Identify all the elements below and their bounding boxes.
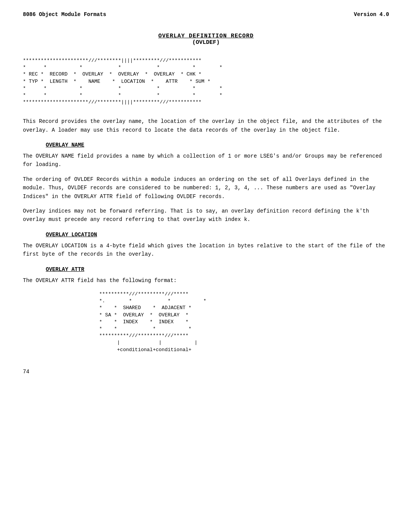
section-heading-overlay-attr: OVERLAY ATTR <box>46 266 389 272</box>
overlay-name-para3: Overlay indices may not be forward refer… <box>23 207 389 224</box>
section-heading-overlay-location: OVERLAY LOCATION <box>46 232 389 238</box>
overlay-name-para2: The ordering of OVLDEF Records within a … <box>23 175 389 201</box>
paragraph-intro: This Record provides the overlay name, t… <box>23 117 389 134</box>
record-table: **********************///********||||***… <box>23 57 389 106</box>
title-line2: (OVLDEF) <box>23 39 389 46</box>
header-version: Version 4.0 <box>354 11 389 18</box>
title-block: OVERLAY DEFINITION RECORD (OVLDEF) <box>23 33 389 46</box>
section-heading-overlay-name: OVERLAY NAME <box>46 142 389 148</box>
overlay-attr-intro: The OVERLAY ATTR field has the following… <box>23 276 389 285</box>
overlay-location-para1: The OVERLAY LOCATION is a 4-byte field w… <box>23 242 389 259</box>
title-line1: OVERLAY DEFINITION RECORD <box>23 33 389 39</box>
header-title: 8086 Object Module Formats <box>23 11 106 18</box>
overlay-name-para1: The OVERLAY NAME field provides a name b… <box>23 152 389 169</box>
overlay-attr-table: **********///*********///***** *. * * * … <box>99 291 389 353</box>
page-header: 8086 Object Module Formats Version 4.0 <box>23 11 389 18</box>
page-number: 74 <box>23 369 389 375</box>
